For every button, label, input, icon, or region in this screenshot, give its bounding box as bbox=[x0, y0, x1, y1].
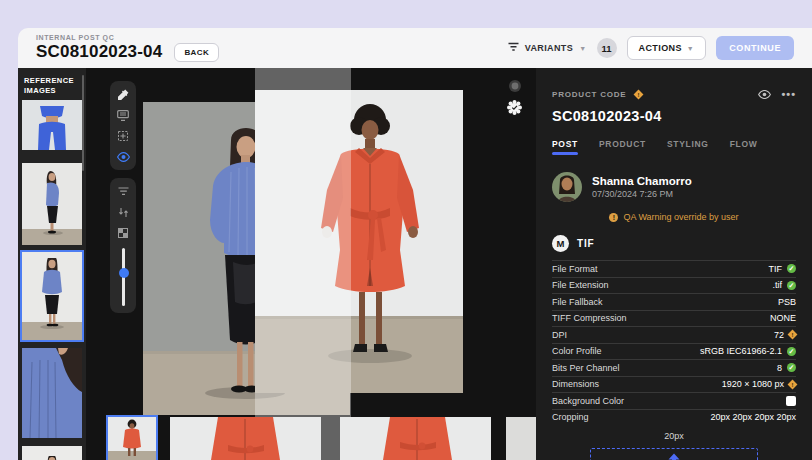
desktop-background: INTERNAL POST QC SC08102023-04 BACK VARI… bbox=[0, 0, 812, 460]
toolbar-group-top bbox=[110, 81, 136, 170]
variant-thumbnail-1-selected[interactable] bbox=[108, 417, 156, 460]
m-badge-icon: M bbox=[552, 235, 569, 252]
thumbnail-image bbox=[22, 100, 82, 150]
sidebar-scrollbar[interactable] bbox=[82, 75, 84, 171]
tab-flow[interactable]: FLOW bbox=[730, 139, 758, 155]
filter-funnel-icon bbox=[508, 42, 519, 54]
file-type-label: TIF bbox=[577, 238, 594, 249]
back-button[interactable]: BACK bbox=[174, 43, 219, 62]
check-circle-icon: ✓ bbox=[787, 363, 796, 372]
check-circle-icon: ✓ bbox=[787, 264, 796, 273]
variant-thumbnail-3[interactable] bbox=[340, 417, 491, 460]
table-row: File Fallback PSB bbox=[552, 293, 796, 310]
file-section-header: M TIF bbox=[552, 235, 796, 252]
warning-diamond-icon: ! bbox=[788, 379, 798, 389]
page-title: SC08102023-04 bbox=[36, 42, 162, 62]
swap-icon[interactable] bbox=[115, 204, 131, 220]
variants-dropdown[interactable]: VARIANTS ▼ bbox=[508, 42, 587, 54]
table-row: DPI 72! bbox=[552, 326, 796, 343]
chevron-down-icon: ▼ bbox=[579, 45, 586, 52]
row-value: 20px 20px 20px 20px bbox=[710, 412, 796, 422]
warning-circle-icon: ! bbox=[609, 213, 618, 222]
panel-tabs: POST PRODUCT STYLING FLOW bbox=[552, 139, 796, 155]
toolbar-group-bottom bbox=[110, 178, 136, 313]
user-name: Shanna Chamorro bbox=[592, 175, 692, 187]
header-eyebrow: INTERNAL POST QC bbox=[36, 34, 219, 41]
row-value: 1920 × 1080 px bbox=[722, 379, 784, 389]
qa-warning-line: ! QA Warning override by user bbox=[552, 212, 796, 222]
sidebar-title: REFERENCE IMAGES bbox=[18, 68, 86, 96]
warning-diamond-icon: ! bbox=[633, 89, 643, 99]
actions-button[interactable]: ACTIONS ▼ bbox=[627, 36, 707, 60]
reference-thumbnail-4[interactable] bbox=[22, 348, 82, 438]
background-color-swatch bbox=[786, 396, 796, 406]
continue-button[interactable]: CONTINUE bbox=[716, 36, 794, 60]
qc-canvas[interactable] bbox=[86, 68, 536, 460]
crop-top-value: 20px bbox=[552, 431, 796, 441]
table-row: Cropping 20px 20px 20px 20px bbox=[552, 409, 796, 426]
transform-icon[interactable] bbox=[115, 128, 131, 144]
monitor-icon[interactable] bbox=[115, 107, 131, 123]
row-label: Color Profile bbox=[552, 346, 602, 356]
verified-seal-icon[interactable] bbox=[507, 100, 522, 115]
arrow-up-icon bbox=[667, 453, 681, 460]
thumbnail-image bbox=[22, 446, 82, 460]
reference-images-sidebar: REFERENCE IMAGES bbox=[18, 68, 86, 460]
row-label: Background Color bbox=[552, 396, 624, 406]
file-meta-table: File Format TIF✓ File Extension .tif✓ Fi… bbox=[552, 260, 796, 425]
row-label: Cropping bbox=[552, 412, 589, 422]
panel-product-code: SC08102023-04 bbox=[552, 108, 796, 124]
table-row: File Format TIF✓ bbox=[552, 260, 796, 277]
eye-icon[interactable] bbox=[758, 85, 771, 103]
thumbnail-image bbox=[22, 252, 82, 340]
warning-diamond-icon: ! bbox=[788, 330, 798, 340]
check-circle-icon: ✓ bbox=[787, 347, 796, 356]
row-label: Bits Per Channel bbox=[552, 363, 620, 373]
table-row: Bits Per Channel 8✓ bbox=[552, 359, 796, 376]
table-row: TIFF Compression NONE bbox=[552, 310, 796, 327]
table-row: Dimensions 1920 × 1080 px! bbox=[552, 376, 796, 393]
thumbnail-image bbox=[340, 417, 491, 460]
variant-thumbnail-4[interactable] bbox=[506, 417, 536, 460]
checker-icon[interactable] bbox=[115, 225, 131, 241]
canvas-toolbar bbox=[110, 81, 136, 313]
row-label: File Extension bbox=[552, 280, 609, 290]
user-block: Shanna Chamorro 07/30/2024 7:26 PM bbox=[552, 172, 796, 202]
row-value: sRGB IEC61966-2.1 bbox=[700, 346, 782, 356]
check-circle-icon: ✓ bbox=[787, 281, 796, 290]
compare-overlay-band bbox=[255, 68, 351, 460]
row-value: TIF bbox=[769, 264, 783, 274]
row-label: TIFF Compression bbox=[552, 313, 627, 323]
reference-thumbnail-1[interactable] bbox=[22, 100, 82, 150]
row-label: File Fallback bbox=[552, 297, 603, 307]
tab-product[interactable]: PRODUCT bbox=[599, 139, 646, 155]
reference-thumbnail-2[interactable] bbox=[22, 163, 82, 245]
filter-lines-icon[interactable] bbox=[115, 183, 131, 199]
avatar bbox=[552, 172, 582, 202]
row-label: DPI bbox=[552, 330, 567, 340]
eyedropper-icon[interactable] bbox=[115, 86, 131, 102]
reference-thumbnail-5[interactable] bbox=[22, 446, 82, 460]
row-value: NONE bbox=[770, 313, 796, 323]
tab-styling[interactable]: STYLING bbox=[667, 139, 709, 155]
variant-thumbnail-strip bbox=[86, 417, 536, 460]
row-label: File Format bbox=[552, 264, 598, 274]
thumbnail-image bbox=[108, 417, 156, 460]
slider-knob[interactable] bbox=[119, 268, 129, 278]
variants-count-badge: 11 bbox=[597, 38, 617, 58]
status-dot-button[interactable] bbox=[507, 78, 522, 93]
thumbnail-image bbox=[170, 417, 321, 460]
reference-thumbnail-3-selected[interactable] bbox=[22, 252, 82, 340]
thumbnail-image bbox=[22, 163, 82, 245]
more-options-icon[interactable]: ••• bbox=[781, 89, 796, 100]
header-title-block: INTERNAL POST QC SC08102023-04 BACK bbox=[36, 34, 219, 62]
tab-post[interactable]: POST bbox=[552, 139, 578, 155]
chevron-down-icon: ▼ bbox=[687, 45, 694, 52]
variant-thumbnail-2[interactable] bbox=[170, 417, 321, 460]
row-value: 72 bbox=[774, 330, 784, 340]
actions-label: ACTIONS bbox=[639, 43, 682, 53]
opacity-slider[interactable] bbox=[115, 248, 131, 306]
crop-preview-box[interactable] bbox=[590, 448, 758, 460]
top-header: INTERNAL POST QC SC08102023-04 BACK VARI… bbox=[18, 28, 812, 68]
eye-icon[interactable] bbox=[115, 149, 131, 165]
